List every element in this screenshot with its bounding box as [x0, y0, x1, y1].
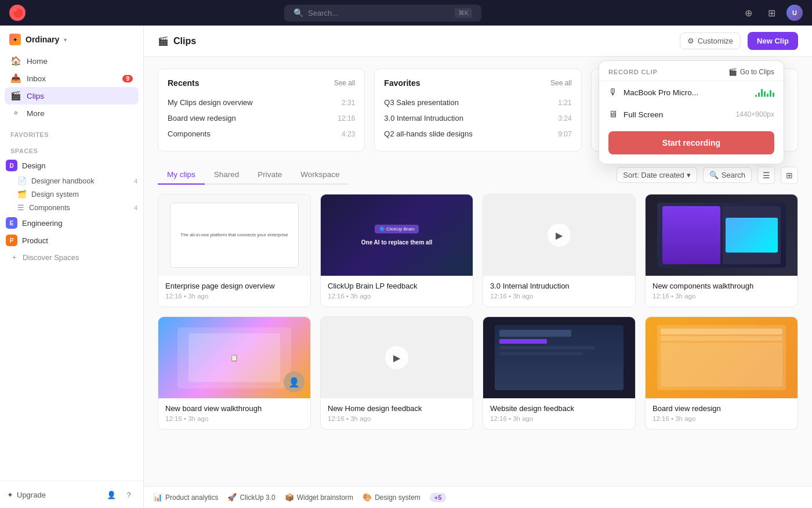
recents-item-0[interactable]: My Clips design overview 2:31 — [168, 95, 355, 110]
engineering-label: Engineering — [22, 219, 62, 228]
search-bar[interactable]: 🔍 Search... ⌘K — [284, 5, 481, 21]
customize-label: Customize — [698, 37, 733, 45]
space-child-handbook[interactable]: 📄 Designer handbook 4 — [12, 174, 143, 188]
audio-bar-5 — [767, 93, 768, 97]
tab-shared[interactable]: Shared — [205, 165, 249, 185]
sort-button[interactable]: Sort: Date created ▾ — [617, 167, 697, 183]
space-engineering[interactable]: E Engineering — [0, 214, 143, 232]
audio-bar-1 — [755, 95, 757, 97]
discover-spaces[interactable]: ＋ Discover Spaces — [0, 249, 143, 265]
status-more[interactable]: +5 — [430, 493, 447, 502]
go-to-clips-label: Go to Clips — [740, 68, 774, 76]
clip-card-2[interactable]: ▶ 3.0 Internal Intruduction 12:16 • 3h a… — [483, 194, 636, 307]
discover-label: Discover Spaces — [23, 253, 79, 262]
clip-card-3[interactable]: New components walkthrough 12:16 • 3h ag… — [645, 194, 798, 307]
grid-icon[interactable]: ⊞ — [763, 5, 780, 21]
status-label-2: Widget brainstorm — [297, 493, 353, 502]
clip-card-0[interactable]: The all-in-one platform that connects yo… — [158, 194, 311, 307]
clips-header-icon: 🎬 — [158, 36, 169, 46]
clip-thumbnail-5: ▶ — [321, 317, 473, 398]
new-clip-button[interactable]: New Clip — [748, 32, 798, 50]
status-item-2[interactable]: 📦 Widget brainstorm — [285, 493, 353, 502]
design-system-label: Design system — [31, 190, 79, 199]
orange-thumb — [646, 317, 798, 398]
start-recording-button[interactable]: Start recording — [608, 131, 774, 154]
microphone-option[interactable]: 🎙 MacBook Pro Micro... — [599, 81, 784, 103]
favorites-see-all[interactable]: See all — [550, 79, 572, 87]
recents-see-all[interactable]: See all — [334, 79, 356, 87]
screen-size: 1440×900px — [736, 110, 774, 118]
status-item-3[interactable]: 🎨 Design system — [362, 493, 420, 502]
add-icon[interactable]: ⊕ — [740, 5, 756, 21]
app-logo[interactable]: 🔴 — [9, 5, 26, 21]
status-item-0[interactable]: 📊 Product analytics — [153, 493, 218, 502]
sidebar-item-more-label: More — [27, 109, 45, 118]
recents-card: Recents See all My Clips design overview… — [158, 69, 365, 152]
sidebar-item-more[interactable]: ⚬ More — [5, 105, 139, 122]
clip-thumbnail-2: ▶ — [483, 194, 635, 276]
audio-bar-3 — [761, 89, 763, 97]
audio-bar-4 — [764, 91, 766, 97]
sidebar-item-clips[interactable]: 🎬 Clips ··· — [5, 87, 139, 105]
fav-item-time-1: 3:24 — [558, 114, 571, 123]
more-icon: ⚬ — [10, 108, 21, 118]
doc-icon: 📄 — [17, 176, 27, 185]
clip-info-2: 3.0 Internal Intruduction 12:16 • 3h ago — [483, 276, 635, 307]
grid-view-button[interactable]: ⊞ — [781, 167, 798, 184]
fav-item-time-2: 9:07 — [558, 130, 571, 138]
clips-tabs: My clips Shared Private Workspace — [158, 165, 349, 185]
recents-item-1[interactable]: Board view redesign 12:16 — [168, 110, 355, 126]
upgrade-button[interactable]: ✦ Upgrade — [7, 491, 99, 499]
space-child-components[interactable]: ☰ Components 4 — [12, 201, 143, 214]
tab-private[interactable]: Private — [248, 165, 291, 185]
sidebar-item-home[interactable]: 🏠 Home — [5, 52, 139, 70]
status-item-1[interactable]: 🚀 ClickUp 3.0 — [227, 493, 275, 502]
clip-title-7: Board view redesign — [652, 404, 791, 413]
clip-card-1[interactable]: 🔷 ClickUp Brain One AI to replace them a… — [320, 194, 473, 307]
fav-item-name-1: 3.0 Internal Intruduction — [384, 114, 558, 123]
clip-card-7[interactable]: Board view redesign 12:16 • 3h ago — [645, 316, 798, 430]
engineering-avatar: E — [6, 217, 17, 229]
sidebar-footer: ✦ Upgrade 👤 ? — [0, 481, 143, 508]
sidebar-item-inbox[interactable]: 📥 Inbox 9 — [5, 70, 139, 87]
user-icon[interactable]: 👤 — [104, 487, 119, 502]
play-icon-5: ▶ — [385, 346, 408, 369]
workspace-name: Ordinary — [26, 35, 59, 44]
clip-card-4[interactable]: 📋 👤 New board view walkthrough 12:16 • 3… — [158, 316, 311, 430]
tabs-row: My clips Shared Private Workspace Sort: … — [158, 165, 798, 185]
sidebar: ✦ Ordinary ▾ 🏠 Home 📥 Inbox 9 🎬 Clips ··… — [0, 26, 144, 508]
screen-option[interactable]: 🖥 Full Screen 1440×900px — [599, 103, 784, 125]
recents-item-time-1: 12:16 — [338, 114, 355, 123]
screen-label: Full Screen — [624, 110, 663, 119]
recents-item-name-1: Board view redesign — [168, 114, 338, 123]
clip-card-6[interactable]: Website design feedback 12:16 • 3h ago — [483, 316, 636, 430]
plus-icon: ＋ — [10, 252, 18, 262]
clip-info-5: New Home design feedback 12:16 • 3h ago — [321, 398, 473, 429]
clip-meta-5: 12:16 • 3h ago — [328, 415, 466, 422]
avatar[interactable]: U — [786, 5, 803, 21]
tab-my-clips[interactable]: My clips — [158, 165, 205, 185]
fav-item-time-0: 1:21 — [558, 99, 571, 107]
workspace-header[interactable]: ✦ Ordinary ▾ — [0, 26, 143, 50]
customize-button[interactable]: ⚙ Customize — [680, 33, 741, 49]
design-label: Design — [22, 161, 45, 170]
screen-icon: 🖥 — [608, 109, 618, 120]
clip-card-5[interactable]: ▶ New Home design feedback 12:16 • 3h ag… — [320, 316, 473, 430]
recents-item-2[interactable]: Components 4:23 — [168, 126, 355, 142]
home-icon: 🏠 — [10, 56, 21, 66]
space-product[interactable]: P Product — [0, 232, 143, 249]
search-button[interactable]: 🔍 Search — [703, 167, 752, 183]
favorites-item-0[interactable]: Q3 Sales presentation 1:21 — [384, 95, 571, 110]
space-child-design-system[interactable]: 🗂️ Design system — [12, 188, 143, 201]
favorites-item-1[interactable]: 3.0 Internal Intruduction 3:24 — [384, 110, 571, 126]
space-design[interactable]: D Design — [0, 157, 143, 174]
tab-workspace[interactable]: Workspace — [291, 165, 349, 185]
help-icon[interactable]: ? — [121, 487, 136, 502]
status-label-1: ClickUp 3.0 — [240, 493, 275, 502]
clips-small-icon: 🎬 — [728, 68, 737, 76]
favorites-item-2[interactable]: Q2 all-hands slide designs 9:07 — [384, 126, 571, 142]
content-header: 🎬 Clips ⚙ Customize New Clip — [144, 26, 812, 57]
go-to-clips-button[interactable]: 🎬 Go to Clips — [728, 68, 774, 76]
list-view-button[interactable]: ☰ — [757, 167, 775, 184]
favorites-card: Favorites See all Q3 Sales presentation … — [374, 69, 581, 152]
